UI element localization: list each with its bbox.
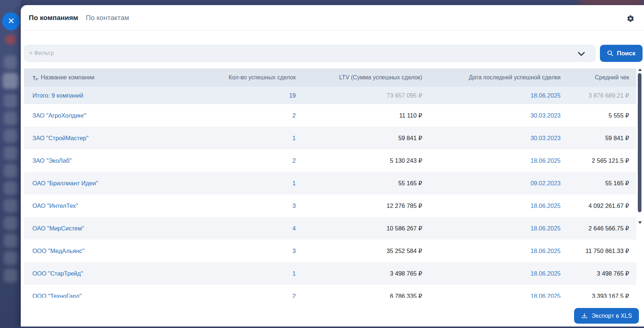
tab-by-companies[interactable]: По компаниям (29, 14, 78, 22)
company-link[interactable]: ООО "ТехноГард" (24, 293, 216, 298)
sidebar-app-icon (3, 73, 19, 89)
last-deal-date: 18.06.2025 (422, 248, 561, 254)
table-row[interactable]: ОАО "ИнтелТех" 3 12 276 785 ₽ 18.06.2025… (24, 194, 636, 217)
company-link[interactable]: ОАО "ИнтелТех" (24, 202, 216, 209)
total-last-deal-date: 18.06.2025 (422, 92, 561, 99)
total-ltv: 73 657 095 ₽ (296, 92, 422, 99)
column-header-ltv[interactable]: LTV (Сумма успешных сделок) (296, 74, 422, 81)
table-row[interactable]: ЗАО "ЭкоЛаб" 2 5 130 243 ₽ 18.06.2025 2 … (24, 149, 636, 172)
deal-count-link[interactable]: 1 (216, 180, 296, 187)
export-xls-button[interactable]: Экспорт в XLS (574, 308, 639, 324)
table-row[interactable]: ОАО "МирСистем" 4 10 586 267 ₽ 18.06.202… (24, 217, 636, 240)
table-total-row: Итого: 9 компаний 19 73 657 095 ₽ 18.06.… (24, 87, 636, 104)
sidebar-app-icon (4, 181, 17, 195)
company-link[interactable]: ЗАО "СтройМастер" (24, 135, 216, 142)
search-button-label: Поиск (617, 50, 635, 57)
last-deal-date: 18.06.2025 (422, 202, 561, 209)
search-icon (607, 50, 614, 57)
search-button[interactable]: Поиск (600, 45, 643, 62)
last-deal-date: 30.03.2023 (422, 135, 561, 142)
deal-count-link[interactable]: 1 (216, 270, 296, 277)
settings-gear-icon[interactable] (627, 15, 635, 23)
export-button-label: Экспорт в XLS (592, 312, 632, 319)
average-check-value: 2 646 566.75 ₽ (561, 225, 636, 232)
last-deal-date: 30.03.2023 (422, 112, 561, 119)
vertical-scrollbar[interactable] (637, 68, 643, 229)
ltv-value: 11 110 ₽ (296, 112, 422, 119)
sidebar-app-icon (4, 199, 17, 213)
total-average-check: 3 876 689.21 ₽ (561, 92, 636, 99)
company-link[interactable]: ОАО "Бриллиант Идеи" (24, 180, 216, 187)
average-check-value: 11 750 861.33 ₽ (561, 248, 636, 254)
column-header-average-check[interactable]: Средний чек (561, 74, 636, 81)
close-icon: × (8, 15, 15, 27)
table-row[interactable]: ООО "МедАльянс" 3 35 252 584 ₽ 18.06.202… (24, 240, 636, 262)
average-check-value: 59 841 ₽ (561, 135, 636, 142)
last-deal-date: 18.06.2025 (422, 270, 561, 277)
sidebar-app-icon (4, 94, 17, 108)
ltv-value: 12 276 785 ₽ (296, 202, 422, 209)
last-deal-date: 18.06.2025 (422, 225, 561, 232)
sidebar-app-icon (4, 269, 17, 282)
deal-count-link[interactable]: 1 (216, 135, 296, 142)
column-header-label: Название компании (41, 74, 94, 81)
table-row[interactable]: ЗАО "АгроХолдинг" 2 11 110 ₽ 30.03.2023 … (24, 104, 636, 127)
ltv-value: 35 252 584 ₽ (296, 248, 422, 254)
column-header-last-deal-date[interactable]: Дата последней успешной сделки (422, 74, 561, 81)
table-row[interactable]: ЗАО "СтройМастер" 1 59 841 ₽ 30.03.2023 … (24, 127, 636, 149)
company-link[interactable]: ЗАО "АгроХолдинг" (24, 112, 216, 119)
deal-count-link[interactable]: 3 (216, 202, 296, 209)
sidebar-app-icon (4, 111, 17, 125)
filter-input[interactable]: + Фильтр (24, 45, 596, 62)
company-link[interactable]: ООО "СтарТрейд" (24, 270, 216, 277)
company-link[interactable]: ЗАО "ЭкоЛаб" (24, 157, 216, 164)
scroll-down-arrow[interactable] (638, 221, 642, 224)
deal-count-link[interactable]: 2 (216, 112, 296, 119)
scrollbar-thumb[interactable] (638, 73, 641, 212)
companies-table: Название компании Кол-во успешных сделок… (24, 68, 636, 298)
average-check-value: 5 555 ₽ (561, 112, 636, 119)
tab-by-contacts[interactable]: По контактам (86, 14, 129, 22)
report-panel: По компаниям По контактам + Фильтр Поиск (21, 5, 644, 327)
sidebar-notification-blob (5, 35, 16, 44)
ltv-value: 3 498 765 ₽ (296, 270, 422, 277)
deal-count-link[interactable]: 2 (216, 293, 296, 298)
sidebar-app-icon (4, 251, 17, 265)
average-check-value: 4 092 261.67 ₽ (561, 202, 636, 209)
sidebar-app-icon (4, 234, 17, 248)
chevron-down-icon[interactable] (578, 52, 585, 56)
sidebar (0, 0, 21, 328)
company-link[interactable]: ОАО "МирСистем" (24, 225, 216, 232)
table-row[interactable]: ООО "СтарТрейд" 1 3 498 765 ₽ 18.06.2025… (24, 262, 636, 285)
total-deal-count: 19 (216, 92, 296, 99)
ltv-value: 10 586 267 ₽ (296, 225, 422, 232)
sidebar-app-icon (4, 216, 17, 230)
download-icon (581, 312, 588, 319)
total-label: Итого: 9 компаний (24, 92, 216, 99)
average-check-value: 3 393 167.5 ₽ (561, 293, 636, 298)
average-check-value: 2 565 121.5 ₽ (561, 157, 636, 164)
average-check-value: 55 165 ₽ (561, 180, 636, 187)
ltv-value: 6 786 335 ₽ (296, 293, 422, 298)
deal-count-link[interactable]: 4 (216, 225, 296, 232)
last-deal-date: 09.02.2023 (422, 180, 561, 187)
ltv-value: 5 130 243 ₽ (296, 157, 422, 164)
deal-count-link[interactable]: 3 (216, 248, 296, 254)
sidebar-app-icon (4, 146, 17, 160)
sidebar-app-icon (4, 55, 17, 69)
last-deal-date: 18.06.2025 (422, 157, 561, 164)
column-header-company[interactable]: Название компании (24, 74, 216, 81)
sidebar-app-icon (4, 164, 17, 178)
ltv-value: 55 165 ₽ (296, 180, 422, 187)
table-header-row: Название компании Кол-во успешных сделок… (24, 68, 636, 87)
column-header-deal-count[interactable]: Кол-во успешных сделок (216, 74, 296, 81)
ltv-value: 59 841 ₽ (296, 135, 422, 142)
table-row[interactable]: ОАО "Бриллиант Идеи" 1 55 165 ₽ 09.02.20… (24, 172, 636, 194)
last-deal-date: 18.06.2025 (422, 293, 561, 298)
deal-count-link[interactable]: 2 (216, 157, 296, 164)
close-slider-button[interactable]: × (2, 12, 20, 30)
table-row[interactable]: ООО "ТехноГард" 2 6 786 335 ₽ 18.06.2025… (24, 285, 636, 298)
filter-toolbar: + Фильтр Поиск (24, 45, 643, 62)
company-link[interactable]: ООО "МедАльянс" (24, 248, 216, 254)
scroll-up-arrow[interactable] (638, 68, 642, 71)
